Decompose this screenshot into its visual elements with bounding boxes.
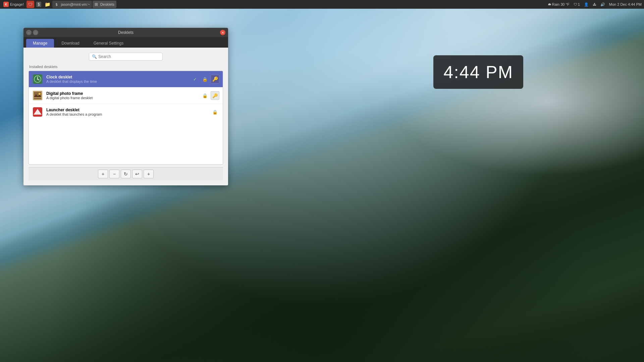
terminal-icon: $ xyxy=(36,2,41,7)
launcher-desklet-name: Launcher desklet xyxy=(46,108,211,112)
window-left-controls: – □ xyxy=(26,30,43,35)
desklets-list: Clock desklet A desklet that displays th… xyxy=(29,71,223,165)
window-minimize-button[interactable]: – xyxy=(26,30,32,35)
clock-settings-button[interactable]: 🔑 xyxy=(211,75,219,83)
taskbar-item-desklets[interactable]: ⊞ Desklets xyxy=(93,1,116,8)
toolbar-undo-button[interactable]: ↩ xyxy=(132,170,142,178)
photo-lock-icon: 🔒 xyxy=(201,91,209,100)
user-icon: 👤 xyxy=(584,2,589,7)
clock-lock-icon: 🔒 xyxy=(201,75,209,83)
tab-download[interactable]: Download xyxy=(55,39,86,48)
installed-desklets-label: Installed desklets xyxy=(29,65,223,69)
network-icon: 🖧 xyxy=(593,2,596,6)
toolbar-remove-button[interactable]: − xyxy=(109,170,119,178)
toolbar-refresh-button[interactable]: ↻ xyxy=(121,170,131,178)
taskbar-user[interactable]: 👤 xyxy=(583,2,590,7)
search-input[interactable] xyxy=(98,54,160,59)
desklet-item-photo[interactable]: Digital photo frame A digital photo fram… xyxy=(29,87,223,104)
shield-tray-icon: 🛡 xyxy=(574,2,577,6)
folder-icon: 📁 xyxy=(45,2,50,7)
taskbar-item-folder[interactable]: 📁 xyxy=(43,1,52,8)
tab-manage[interactable]: Manage xyxy=(26,39,54,48)
volume-icon: 🔊 xyxy=(600,2,605,7)
window-close-button[interactable]: ✕ xyxy=(220,30,225,35)
desktop: E Engage! 🛡 $ 📁 $ jason@mint-vm:~ ⊞ xyxy=(0,0,644,362)
desklets-taskbar-icon: ⊞ xyxy=(95,2,98,7)
clock-check-icon: ✓ xyxy=(191,75,199,83)
window-content: 🔍 Installed desklets xyxy=(23,48,228,185)
clock-icon-svg xyxy=(33,74,42,84)
photo-settings-button[interactable]: 🔑 xyxy=(211,91,219,100)
desklet-item-launcher[interactable]: Launcher desklet A desklet that launches… xyxy=(29,104,223,120)
photo-desklet-name: Digital photo frame xyxy=(46,91,201,96)
search-box: 🔍 xyxy=(89,53,163,61)
taskbar-item-terminal-icon[interactable]: $ xyxy=(35,1,43,8)
taskbar-engage-label: Engage! xyxy=(10,2,24,6)
photo-icon-svg xyxy=(33,91,42,100)
taskbar-item-mintupdate[interactable]: 🛡 xyxy=(26,1,34,8)
taskbar-desklets-label: Desklets xyxy=(100,2,114,6)
tab-general-settings[interactable]: General Settings xyxy=(87,39,130,48)
photo-desklet-desc: A digital photo frame desklet xyxy=(46,96,201,100)
shield-count: 1 xyxy=(578,2,580,6)
desklets-window: – □ Desklets ✕ Manage Download General S… xyxy=(23,28,228,185)
launcher-desklet-actions: 🔒 xyxy=(211,108,219,116)
taskbar: E Engage! 🛡 $ 📁 $ jason@mint-vm:~ ⊞ xyxy=(0,0,644,9)
taskbar-terminal2-label: jason@mint-vm:~ xyxy=(61,2,90,6)
taskbar-network[interactable]: 🖧 xyxy=(592,2,597,7)
search-container: 🔍 xyxy=(29,53,223,61)
clock-time-display: 4:44 PM xyxy=(443,62,513,82)
terminal2-icon: $ xyxy=(54,2,59,7)
launcher-desklet-desc: A desklet that launches a program xyxy=(46,112,211,116)
svg-point-4 xyxy=(37,79,38,80)
clock-desklet-desc: A desklet that displays the time xyxy=(46,79,191,83)
taskbar-volume[interactable]: 🔊 xyxy=(599,2,606,7)
svg-rect-7 xyxy=(34,98,41,99)
clock-desklet-info: Clock desklet A desklet that displays th… xyxy=(46,75,191,83)
taskbar-item-engage[interactable]: E Engage! xyxy=(1,1,26,8)
taskbar-left: E Engage! 🛡 $ 📁 $ jason@mint-vm:~ ⊞ xyxy=(1,1,547,8)
window-maximize-button[interactable]: □ xyxy=(33,30,38,35)
desklet-item-clock[interactable]: Clock desklet A desklet that displays th… xyxy=(29,71,223,87)
weather-icon: 🌧 xyxy=(548,2,551,6)
taskbar-right: 🌧 Rain 30 °F 🛡 1 👤 🖧 🔊 Mon 2 Dec 4:44 PM xyxy=(547,2,643,7)
clock-desklet-name: Clock desklet xyxy=(46,75,191,79)
taskbar-shield[interactable]: 🛡 1 xyxy=(573,2,581,7)
launcher-icon-svg xyxy=(33,107,42,117)
clock-desklet-actions: ✓ 🔒 🔑 xyxy=(191,75,219,83)
launcher-desklet-icon xyxy=(32,107,43,117)
window-titlebar: – □ Desklets ✕ xyxy=(23,28,228,37)
taskbar-weather[interactable]: 🌧 Rain 30 °F xyxy=(547,2,571,7)
mintupdate-icon: 🛡 xyxy=(28,2,33,7)
photo-desklet-icon xyxy=(32,90,43,101)
weather-label: Rain 30 °F xyxy=(552,2,570,6)
window-toolbar: + − ↻ ↩ + xyxy=(29,167,223,180)
launcher-lock-icon: 🔒 xyxy=(211,108,219,116)
search-icon: 🔍 xyxy=(92,54,97,59)
launcher-desklet-info: Launcher desklet A desklet that launches… xyxy=(46,108,211,116)
taskbar-datetime[interactable]: Mon 2 Dec 4:44 PM xyxy=(608,2,643,7)
window-tabs: Manage Download General Settings xyxy=(23,37,228,48)
window-title: Desklets xyxy=(43,30,209,35)
photo-desklet-actions: 🔒 🔑 xyxy=(201,91,219,100)
photo-desklet-info: Digital photo frame A digital photo fram… xyxy=(46,91,201,100)
clock-widget: 4:44 PM xyxy=(433,55,523,89)
clock-desklet-icon xyxy=(32,74,43,84)
toolbar-add-button[interactable]: + xyxy=(98,170,108,178)
toolbar-add2-button[interactable]: + xyxy=(144,170,154,178)
datetime-label: Mon 2 Dec 4:44 PM xyxy=(609,2,642,6)
svg-point-9 xyxy=(39,93,41,95)
taskbar-item-terminal2[interactable]: $ jason@mint-vm:~ xyxy=(52,1,92,8)
engage-icon: E xyxy=(3,2,9,7)
